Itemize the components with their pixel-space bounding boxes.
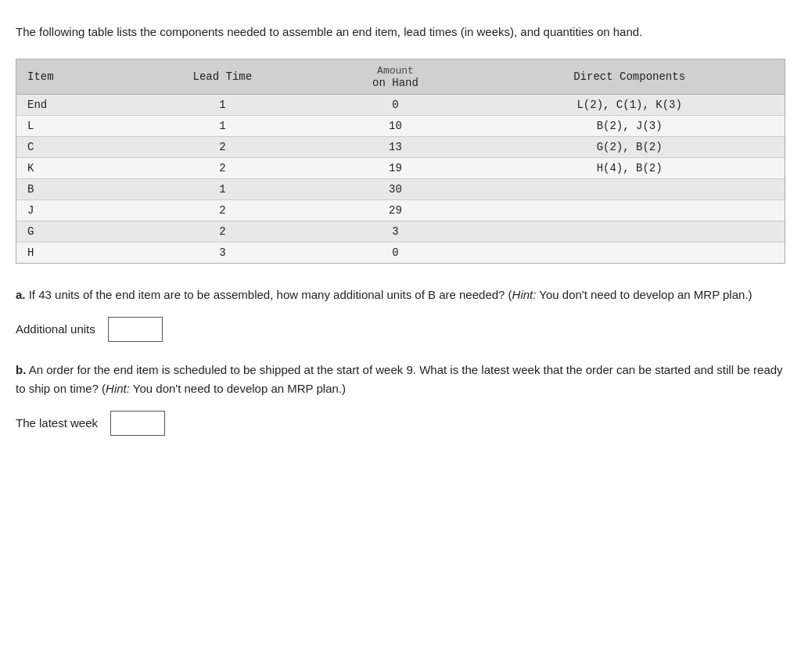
cell-lead-time: 2 [128,157,317,178]
question-a-block: a. If 43 units of the end item are to be… [16,286,785,304]
cell-item: End [16,94,128,115]
cell-item: L [16,115,128,136]
cell-amount-on-hand: 0 [317,242,475,263]
amount-label-1: Amount [377,65,414,77]
col-header-amount: Amount on Hand [317,59,475,95]
cell-item: K [16,157,128,178]
cell-amount-on-hand: 19 [317,157,475,178]
table-row: G23 [16,221,785,242]
cell-amount-on-hand: 10 [317,115,475,136]
col-header-item: Item [16,59,128,95]
cell-amount-on-hand: 13 [317,136,475,157]
cell-lead-time: 1 [128,94,317,115]
amount-label-2: on Hand [372,77,418,89]
cell-direct-components: G(2), B(2) [474,136,785,157]
cell-direct-components [474,178,785,199]
cell-item: J [16,199,128,221]
cell-direct-components [474,199,785,221]
col-header-direct-components: Direct Components [474,59,785,95]
table-row: K219H(4), B(2) [16,157,785,178]
question-a-prefix: a. [16,288,26,301]
table-row: End10L(2), C(1), K(3) [16,94,785,115]
additional-units-input[interactable] [108,317,163,342]
question-a-hint: Hint: [512,288,537,301]
cell-direct-components: H(4), B(2) [474,157,785,178]
cell-lead-time: 1 [128,115,317,136]
cell-lead-time: 2 [128,136,317,157]
question-b-prefix: b. [16,363,26,376]
cell-lead-time: 2 [128,221,317,242]
cell-item: H [16,242,128,263]
cell-item: G [16,221,128,242]
cell-lead-time: 2 [128,199,317,221]
cell-direct-components [474,221,785,242]
table-row: H30 [16,242,785,263]
question-b-answer-row: The latest week [16,411,785,436]
cell-amount-on-hand: 30 [317,178,475,199]
cell-direct-components [474,242,785,263]
table-body: End10L(2), C(1), K(3)L110B(2), J(3)C213G… [16,94,785,263]
table-row: C213G(2), B(2) [16,136,785,157]
question-b-hint-rest: You don't need to develop an MRP plan.) [130,382,346,395]
table-row: J229 [16,199,785,221]
cell-item: C [16,136,128,157]
additional-units-label: Additional units [16,322,95,336]
question-a-text: If 43 units of the end item are to be as… [29,288,512,301]
question-a-hint-rest: You don't need to develop an MRP plan.) [536,288,752,301]
question-a-answer-row: Additional units [16,317,785,342]
cell-direct-components: L(2), C(1), K(3) [474,94,785,115]
cell-amount-on-hand: 0 [317,94,475,115]
table-row: L110B(2), J(3) [16,115,785,136]
latest-week-label: The latest week [16,416,98,429]
table-header-row: Item Lead Time Amount on Hand Direct Com… [16,59,785,95]
col-header-lead-time: Lead Time [128,59,317,95]
table-row: B130 [16,178,785,199]
cell-lead-time: 1 [128,178,317,199]
cell-lead-time: 3 [128,242,317,263]
question-b-block: b. An order for the end item is schedule… [16,361,785,398]
cell-amount-on-hand: 3 [317,221,475,242]
question-b-hint: Hint: [106,382,130,395]
cell-item: B [16,178,128,199]
components-table-wrapper: Item Lead Time Amount on Hand Direct Com… [16,59,785,264]
cell-direct-components: B(2), J(3) [474,115,785,136]
components-table: Item Lead Time Amount on Hand Direct Com… [16,59,785,263]
cell-amount-on-hand: 29 [317,199,475,221]
intro-text: The following table lists the components… [16,23,785,41]
latest-week-input[interactable] [110,411,165,436]
